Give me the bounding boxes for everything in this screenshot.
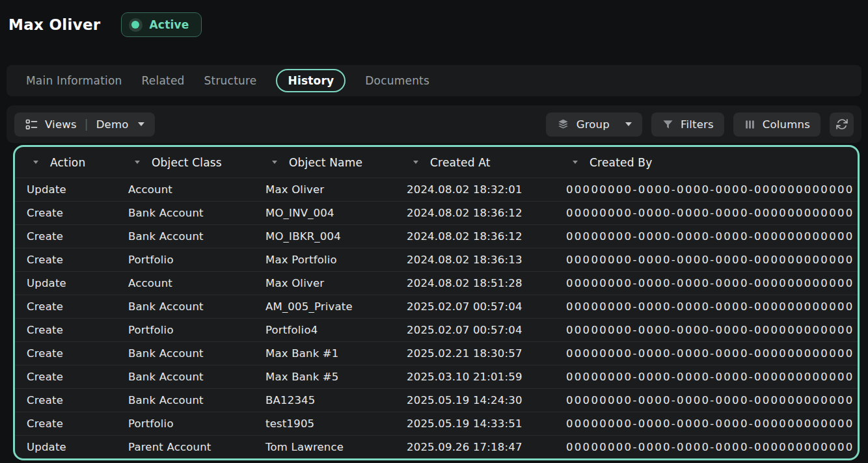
cell-created-at: 2024.08.02 18:36:12 — [395, 207, 554, 219]
refresh-icon — [835, 118, 848, 131]
table-row[interactable]: CreatePortfolioMax Portfolio2024.08.02 1… — [15, 248, 858, 271]
cell-created-by: 00000000-0000-0000-0000-000000000000 — [554, 417, 858, 430]
status-badge: Active — [121, 12, 202, 37]
cell-object-name: BA12345 — [254, 394, 395, 406]
tab-main-information[interactable]: Main Information — [26, 70, 122, 92]
cell-created-at: 2024.08.02 18:36:12 — [395, 230, 554, 243]
views-list-icon — [25, 118, 38, 131]
table-row[interactable]: CreatePortfoliotest19052025.05.19 14:33:… — [15, 412, 858, 435]
cell-object-class: Bank Account — [116, 347, 254, 360]
cell-object-name: Max Bank #5 — [254, 371, 395, 383]
cell-object-name: test1905 — [254, 417, 395, 430]
cell-created-at: 2025.02.07 00:57:04 — [395, 300, 554, 313]
toolbar-right-group: Group Filters Columns — [546, 112, 854, 137]
filters-button[interactable]: Filters — [651, 112, 724, 137]
column-label: Created At — [430, 156, 491, 169]
toolbar: Views | Demo Group Filters — [7, 105, 861, 143]
cell-object-class: Parent Account — [116, 441, 254, 453]
cell-object-name: Tom Lawrence — [254, 441, 395, 453]
cell-created-by: 00000000-0000-0000-0000-000000000000 — [554, 183, 858, 196]
column-header-created-by[interactable]: Created By — [554, 156, 858, 169]
filters-label: Filters — [681, 118, 714, 131]
column-header-object-name[interactable]: Object Name — [254, 156, 395, 169]
views-separator: | — [85, 118, 88, 131]
column-caret-down-icon[interactable] — [573, 161, 578, 164]
cell-object-name: Max Portfolio — [254, 254, 395, 266]
column-header-action[interactable]: Action — [15, 156, 116, 169]
cell-action: Update — [15, 277, 116, 289]
table-body: UpdateAccountMax Oliver2024.08.02 18:32:… — [15, 178, 858, 458]
cell-action: Create — [15, 254, 116, 266]
columns-button[interactable]: Columns — [733, 112, 821, 137]
cell-created-by: 00000000-0000-0000-0000-000000000000 — [554, 347, 858, 360]
cell-object-name: MO_INV_004 — [254, 207, 395, 219]
column-caret-down-icon[interactable] — [135, 161, 140, 164]
cell-object-class: Account — [116, 277, 254, 289]
tab-history[interactable]: History — [276, 69, 346, 92]
cell-created-by: 00000000-0000-0000-0000-000000000000 — [554, 254, 858, 266]
table-row[interactable]: CreateBank AccountMO_INV_0042024.08.02 1… — [15, 201, 858, 224]
cell-object-class: Bank Account — [116, 371, 254, 383]
views-label: Views — [45, 118, 77, 131]
cell-object-class: Bank Account — [116, 300, 254, 313]
cell-object-class: Portfolio — [116, 254, 254, 266]
cell-object-name: MO_IBKR_004 — [254, 230, 395, 243]
cell-object-class: Bank Account — [116, 207, 254, 219]
cell-object-name: Portfolio4 — [254, 324, 395, 336]
cell-object-name: Max Oliver — [254, 183, 395, 196]
table-row[interactable]: UpdateAccountMax Oliver2024.08.02 18:32:… — [15, 178, 858, 201]
status-dot-icon — [129, 18, 142, 32]
cell-action: Create — [15, 300, 116, 313]
tab-structure[interactable]: Structure — [204, 70, 257, 92]
cell-created-by: 00000000-0000-0000-0000-000000000000 — [554, 441, 858, 453]
cell-created-at: 2025.03.10 21:01:59 — [395, 371, 554, 383]
group-label: Group — [576, 118, 610, 131]
table-row[interactable]: CreatePortfolioPortfolio42025.02.07 00:5… — [15, 318, 858, 341]
cell-created-by: 00000000-0000-0000-0000-000000000000 — [554, 300, 858, 313]
cell-created-at: 2024.08.02 18:32:01 — [395, 183, 554, 196]
cell-created-by: 00000000-0000-0000-0000-000000000000 — [554, 230, 858, 243]
cell-object-name: AM_005_Private — [254, 300, 395, 313]
column-caret-down-icon[interactable] — [33, 161, 38, 164]
tab-related[interactable]: Related — [142, 70, 185, 92]
table-row[interactable]: CreateBank AccountMax Bank #12025.02.21 … — [15, 341, 858, 365]
cell-action: Update — [15, 441, 116, 453]
column-label: Object Name — [289, 156, 362, 169]
cell-action: Create — [15, 417, 116, 430]
table-row[interactable]: CreateBank AccountAM_005_Private2025.02.… — [15, 295, 858, 318]
cell-action: Create — [15, 371, 116, 383]
table-header-row: ActionObject ClassObject NameCreated AtC… — [15, 147, 858, 178]
group-button[interactable]: Group — [546, 112, 642, 137]
table-row[interactable]: CreateBank AccountMO_IBKR_0042024.08.02 … — [15, 224, 858, 248]
column-header-created-at[interactable]: Created At — [395, 156, 554, 169]
cell-action: Create — [15, 324, 116, 336]
views-selector-button[interactable]: Views | Demo — [14, 112, 155, 137]
cell-action: Create — [15, 207, 116, 219]
cell-action: Create — [15, 347, 116, 360]
cell-action: Create — [15, 230, 116, 243]
column-header-object-class[interactable]: Object Class — [116, 156, 254, 169]
table-row[interactable]: UpdateAccountMax Oliver2024.08.02 18:51:… — [15, 271, 858, 295]
cell-object-name: Max Bank #1 — [254, 347, 395, 360]
cell-created-at: 2025.02.21 18:30:57 — [395, 347, 554, 360]
columns-icon — [744, 118, 756, 131]
cell-created-by: 00000000-0000-0000-0000-000000000000 — [554, 324, 858, 336]
tab-documents[interactable]: Documents — [365, 70, 429, 92]
table-row[interactable]: UpdateParent AccountTom Lawrence2025.09.… — [15, 435, 858, 458]
layers-icon — [556, 118, 570, 131]
table-row[interactable]: CreateBank AccountMax Bank #52025.03.10 … — [15, 365, 858, 388]
column-caret-down-icon[interactable] — [272, 161, 277, 164]
page-title: Max Oliver — [8, 16, 101, 33]
cell-action: Update — [15, 183, 116, 196]
cell-created-by: 00000000-0000-0000-0000-000000000000 — [554, 394, 858, 406]
table-row[interactable]: CreateBank AccountBA123452025.05.19 14:2… — [15, 388, 858, 412]
filter-funnel-icon — [662, 118, 674, 131]
cell-created-by: 00000000-0000-0000-0000-000000000000 — [554, 207, 858, 219]
column-label: Action — [50, 156, 85, 169]
status-badge-label: Active — [150, 18, 189, 31]
refresh-button[interactable] — [830, 112, 854, 137]
cell-object-class: Portfolio — [116, 417, 254, 430]
columns-label: Columns — [763, 118, 810, 131]
column-caret-down-icon[interactable] — [413, 161, 418, 164]
cell-created-at: 2024.08.02 18:51:28 — [395, 277, 554, 289]
